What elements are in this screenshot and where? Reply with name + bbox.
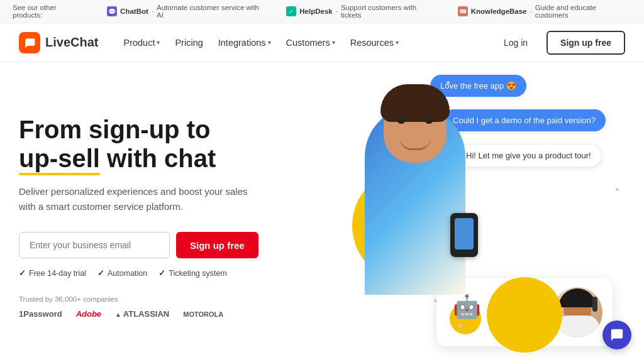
logo-svg — [23, 36, 36, 49]
product-chevron: ▾ — [157, 39, 160, 46]
integrations-chevron: ▾ — [268, 39, 271, 46]
hero-left: From sign-up to up-sell with chat Delive… — [19, 62, 296, 362]
hero-title-line1: From sign-up to — [19, 116, 210, 143]
hero-subtitle: Deliver personalized experiences and boo… — [19, 184, 252, 214]
check-icon-3: ✓ — [158, 268, 165, 278]
top-bar-kb[interactable]: 📖 KnowledgeBase · Guide and educate cust… — [458, 4, 631, 19]
top-bar-chatbot[interactable]: 💬 ChatBot · Automate customer service wi… — [107, 4, 267, 19]
dot-4 — [459, 324, 462, 327]
nav-resources[interactable]: Resources ▾ — [344, 34, 405, 52]
signup-button[interactable]: Sign up free — [547, 31, 625, 55]
logo[interactable]: LiveChat — [19, 32, 98, 53]
logo-atlassian: ▲ ATLASSIAN — [115, 309, 169, 319]
chatbot-icon: 💬 — [107, 6, 117, 16]
cta-button[interactable]: Sign up free — [176, 232, 258, 258]
logo-adobe: Adobe — [76, 309, 101, 319]
person-phone — [450, 213, 478, 257]
nav-product[interactable]: Product ▾ — [117, 34, 166, 52]
check-icon-2: ✓ — [97, 268, 104, 278]
agent-hair — [558, 288, 596, 307]
nav-links: Product ▾ Pricing Integrations ▾ Custome… — [117, 34, 405, 52]
agent-headset — [592, 297, 597, 312]
bot-emoji: 🤖 — [453, 293, 481, 320]
email-form: Sign up free — [19, 232, 296, 258]
feature-ticketing: ✓ Ticketing system — [158, 268, 227, 278]
bot-illustration: 🤖 — [447, 290, 491, 334]
kb-description: Guide and educate customers — [535, 4, 631, 19]
login-button[interactable]: Log in — [494, 33, 538, 53]
nav-pricing[interactable]: Pricing — [169, 34, 209, 52]
yellow-blob-right — [487, 277, 562, 353]
chatbot-description: Automate customer service with AI — [157, 4, 267, 19]
hero-section: From sign-up to up-sell with chat Delive… — [0, 62, 644, 362]
email-input[interactable] — [19, 232, 170, 258]
top-bar: See our other products: 💬 ChatBot · Auto… — [0, 0, 644, 23]
main-nav: LiveChat Product ▾ Pricing Integrations … — [0, 23, 644, 62]
resources-chevron: ▾ — [396, 39, 399, 46]
helpdesk-icon: ✓ — [286, 6, 296, 16]
dot-5 — [616, 188, 619, 191]
logo-motorola: MOTOROLA — [183, 310, 223, 318]
logo-1password: 1Password — [19, 309, 62, 319]
hero-right: Love the free app 😍 Could I get a demo o… — [296, 62, 625, 362]
check-icon-1: ✓ — [19, 268, 26, 278]
person-head — [384, 94, 447, 163]
person-illustration — [346, 81, 484, 295]
nav-integrations[interactable]: Integrations ▾ — [212, 34, 277, 52]
nav-right: Log in Sign up free — [494, 31, 625, 55]
helpdesk-sep: · — [336, 8, 338, 15]
top-bar-see-products: See our other products: — [13, 4, 88, 19]
trusted-label: Trusted by 36,000+ companies — [19, 295, 296, 303]
chatbot-desc: · — [152, 8, 153, 15]
feature-trial: ✓ Free 14-day trial — [19, 268, 86, 278]
hero-title-rest: with chat — [100, 145, 216, 172]
hero-title: From sign-up to up-sell with chat — [19, 115, 296, 173]
kb-icon: 📖 — [458, 6, 468, 16]
kb-sep: · — [530, 8, 532, 15]
logo-icon — [19, 32, 40, 53]
person-smile — [399, 138, 431, 150]
phone-screen — [455, 218, 474, 250]
chat-widget-button[interactable] — [602, 321, 631, 349]
person-eye-left — [397, 119, 405, 124]
helpdesk-description: Support customers with tickets — [341, 4, 439, 19]
dot-3 — [434, 299, 437, 302]
nav-left: LiveChat Product ▾ Pricing Integrations … — [19, 32, 405, 53]
feature-checks: ✓ Free 14-day trial ✓ Automation ✓ Ticke… — [19, 268, 296, 278]
customers-chevron: ▾ — [332, 39, 335, 46]
trusted-logos: 1Password Adobe ▲ ATLASSIAN MOTOROLA — [19, 309, 296, 319]
chat-widget-icon — [610, 328, 624, 342]
trusted-section: Trusted by 36,000+ companies 1Password A… — [19, 295, 296, 319]
hero-title-underlined: up-sell — [19, 144, 100, 173]
feature-automation: ✓ Automation — [97, 268, 147, 278]
top-bar-helpdesk[interactable]: ✓ HelpDesk · Support customers with tick… — [286, 4, 438, 19]
person-eye-right — [425, 119, 433, 124]
logo-text: LiveChat — [45, 35, 98, 50]
person-hair — [380, 84, 450, 122]
person-container — [333, 62, 497, 295]
nav-customers[interactable]: Customers ▾ — [280, 34, 341, 52]
